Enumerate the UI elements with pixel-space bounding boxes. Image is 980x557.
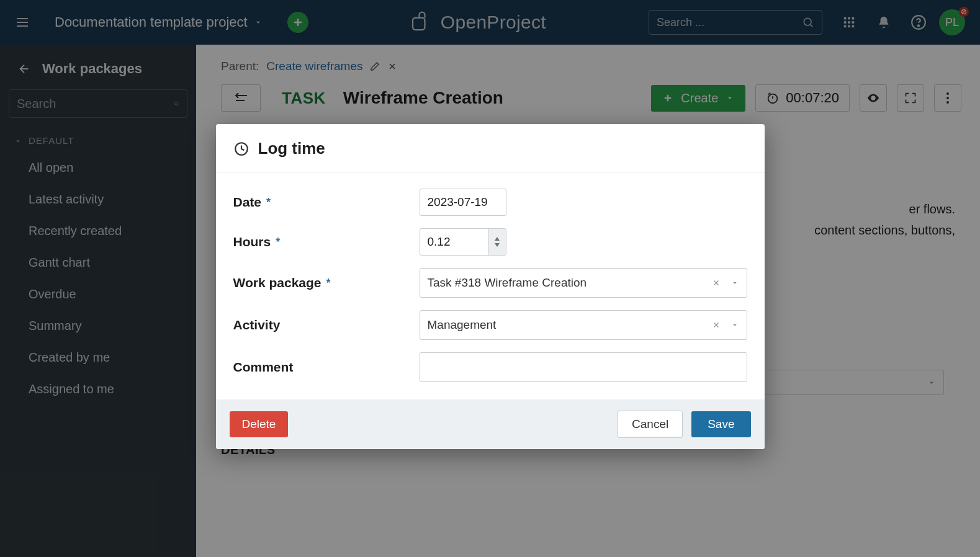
modal-title: Log time <box>258 139 325 158</box>
comment-label: Comment <box>233 360 294 375</box>
required-indicator: * <box>276 236 280 249</box>
activity-label: Activity <box>233 318 281 332</box>
hours-label: Hours <box>233 234 271 249</box>
modal-footer: Delete Cancel Save <box>216 399 765 449</box>
work-package-select[interactable]: Task #318 Wireframe Creation <box>420 268 747 298</box>
chevron-down-icon[interactable] <box>731 321 739 329</box>
save-button[interactable]: Save <box>691 411 750 437</box>
modal-header: Log time <box>216 124 765 172</box>
work-package-value: Task #318 Wireframe Creation <box>428 276 587 290</box>
hours-spinner[interactable] <box>488 229 506 255</box>
clear-icon[interactable] <box>709 318 723 332</box>
chevron-down-icon <box>494 243 500 247</box>
activity-select[interactable]: Management <box>420 310 747 340</box>
required-indicator: * <box>266 196 271 209</box>
chevron-up-icon <box>494 236 500 241</box>
date-label: Date <box>233 195 262 210</box>
work-package-label: Work package <box>233 275 321 290</box>
comment-input[interactable] <box>420 352 747 382</box>
required-indicator: * <box>326 277 331 290</box>
chevron-down-icon[interactable] <box>731 278 739 287</box>
delete-button[interactable]: Delete <box>230 411 289 437</box>
activity-value: Management <box>428 318 497 332</box>
log-time-modal: Log time Date * Hours * <box>216 124 765 449</box>
clock-icon <box>233 141 249 157</box>
clear-icon[interactable] <box>709 276 723 290</box>
date-input[interactable] <box>420 189 506 216</box>
cancel-button[interactable]: Cancel <box>618 411 683 438</box>
modal-body: Date * Hours * <box>216 172 765 399</box>
modal-overlay[interactable]: Log time Date * Hours * <box>0 0 980 557</box>
